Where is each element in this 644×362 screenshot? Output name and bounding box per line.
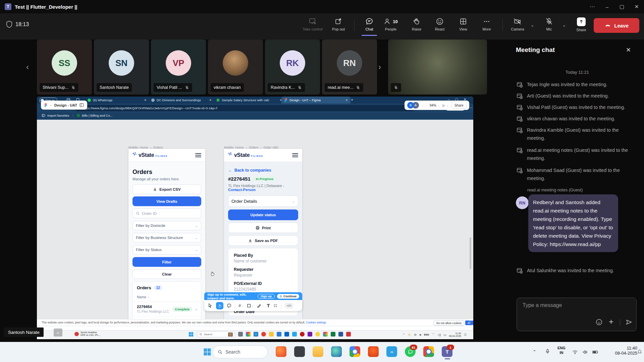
- prototype-play-button[interactable]: ▷⌄: [442, 104, 448, 107]
- file-explorer-icon[interactable]: [313, 346, 323, 357]
- browser-tab-whatsapp[interactable]: (6) WhatsApp✕: [85, 97, 149, 104]
- filter-domicile-select[interactable]: Filter by Domicile⌄: [132, 221, 201, 230]
- minimize-button[interactable]: –: [600, 4, 614, 10]
- tab-close-icon[interactable]: ✕: [209, 99, 212, 102]
- tray-wifi-icon[interactable]: [572, 349, 578, 355]
- hamburger-menu-icon[interactable]: [292, 152, 298, 158]
- dev-mode-toggle[interactable]: </>: [285, 303, 293, 308]
- app-icon[interactable]: [315, 332, 320, 337]
- brave-icon[interactable]: [368, 346, 379, 357]
- mcafee-icon[interactable]: [300, 332, 305, 337]
- tray-volume-icon[interactable]: ◁): [437, 333, 441, 337]
- browser-tab-salary-sheet[interactable]: X Sample Salary Structure with calc✕: [214, 97, 285, 104]
- participant-tile-video[interactable]: vikram chavan: [208, 40, 263, 95]
- acrobat-icon[interactable]: [346, 332, 351, 337]
- banner-sign-up-button[interactable]: Sign up: [258, 294, 275, 299]
- tray-mic-icon[interactable]: [545, 349, 550, 354]
- onedrive-icon[interactable]: [292, 332, 297, 337]
- view-button[interactable]: View: [450, 17, 476, 31]
- cookie-settings-link[interactable]: Cookies settings: [306, 321, 326, 324]
- filter-status-select[interactable]: Filter by Status⌄: [132, 245, 201, 254]
- text-tool[interactable]: T: [267, 303, 270, 308]
- actions-tool[interactable]: [273, 303, 278, 308]
- raise-button[interactable]: Raise: [404, 17, 430, 31]
- frame-tool[interactable]: #⌄: [238, 303, 244, 308]
- sort-desc-icon[interactable]: ↓: [148, 295, 149, 299]
- tray-language-indicator[interactable]: ENGIN: [557, 346, 566, 355]
- figma-frame-orders[interactable]: vStateFILINGS Orders Manage all your ord…: [128, 149, 205, 339]
- hand-tool-active[interactable]: [216, 302, 223, 309]
- tray-mic-icon[interactable]: 🕪: [419, 333, 421, 337]
- tray-wifi-icon[interactable]: ⌒: [432, 333, 435, 337]
- mic-options-chevron[interactable]: ⌄: [562, 23, 566, 27]
- participant-tile[interactable]: RN read.ai mee...: [322, 40, 377, 95]
- participant-tile-video[interactable]: [388, 40, 487, 95]
- canvas-scrollbar[interactable]: [470, 237, 471, 269]
- app-icon[interactable]: [308, 332, 312, 337]
- react-button[interactable]: React: [427, 17, 453, 31]
- vscode-icon[interactable]: ‹›: [386, 346, 397, 357]
- pen-tool[interactable]: ⌄: [257, 304, 264, 308]
- outlook-icon[interactable]: [284, 332, 289, 337]
- deny-cookies-button[interactable]: Do not allow cookies: [434, 320, 464, 326]
- zoom-level-dropdown[interactable]: 94%⌄: [430, 104, 440, 107]
- collaborator-avatar[interactable]: S: [407, 102, 414, 109]
- browser-more-icon[interactable]: ⋯: [469, 106, 473, 110]
- whatsapp-icon[interactable]: 81: [405, 346, 416, 357]
- strip-prev-chevron[interactable]: ‹: [26, 62, 29, 72]
- tray-network-icon[interactable]: ⛅: [408, 333, 412, 337]
- tray-chevron-icon[interactable]: ⌃: [402, 333, 405, 337]
- pop-out-button[interactable]: Pop out: [325, 17, 352, 31]
- shape-tool[interactable]: ⌄: [247, 304, 254, 308]
- close-button[interactable]: ✕: [629, 4, 644, 10]
- presenter-pin-button[interactable]: +: [54, 328, 62, 337]
- teams-icon[interactable]: T 1: [442, 346, 452, 357]
- tray-battery-icon[interactable]: ▭: [443, 333, 446, 337]
- chrome-icon[interactable]: [323, 332, 328, 337]
- figma-file-chip[interactable]: ⌄ Design - UAT: [41, 101, 87, 110]
- contact-person-link[interactable]: Contact-Person: [228, 188, 256, 192]
- address-bar[interactable]: https://www.figma.com/design/9BKQ0FOHRWa…: [74, 105, 415, 111]
- app-icon[interactable]: [294, 346, 305, 357]
- order-row[interactable]: 2279454TL Flex Holdings LLC Complete ›: [133, 302, 201, 316]
- view-drafts-button[interactable]: View Drafts: [132, 196, 201, 206]
- tray-notification-bell-icon[interactable]: [637, 349, 642, 355]
- more-button[interactable]: More: [474, 17, 500, 31]
- tray-notification-icon[interactable]: 🗨: [464, 333, 467, 337]
- hamburger-menu-icon[interactable]: [195, 152, 201, 158]
- move-tool-icon[interactable]: [208, 303, 213, 308]
- order-details-select[interactable]: Order Details⌄: [228, 195, 298, 207]
- presenter-taskbar-icons[interactable]: [238, 332, 351, 337]
- folder-icon[interactable]: [269, 332, 274, 337]
- send-icon[interactable]: [625, 318, 633, 326]
- presenter-start-icon[interactable]: [189, 332, 194, 337]
- update-status-button[interactable]: Update status: [228, 209, 298, 220]
- camera-button[interactable]: Camera: [504, 17, 531, 31]
- tray-hidden-icons-chevron[interactable]: ⌃: [533, 349, 536, 354]
- titlebar-more-icon[interactable]: ⋯: [585, 4, 600, 10]
- comment-tool-icon[interactable]: [227, 303, 231, 308]
- clear-button[interactable]: Clear: [132, 269, 201, 279]
- firefox-icon[interactable]: [276, 346, 286, 357]
- start-button-icon[interactable]: [203, 348, 211, 356]
- app-icon[interactable]: [238, 332, 243, 337]
- mic-button[interactable]: Mic: [536, 17, 562, 31]
- tab-close-icon[interactable]: ✕: [144, 99, 147, 102]
- camera-options-chevron[interactable]: ⌄: [531, 23, 534, 27]
- leave-button[interactable]: Leave: [594, 18, 639, 33]
- order-id-search-input[interactable]: Order ID: [132, 208, 201, 218]
- chrome-icon[interactable]: [350, 346, 360, 357]
- presenter-search-box[interactable]: Search: [197, 331, 235, 337]
- close-icon[interactable]: ✕: [469, 321, 472, 324]
- tray-sync-icon[interactable]: ⟳: [414, 333, 417, 337]
- import-favorites-button[interactable]: Import favorites | Bills | Billing and C…: [42, 114, 113, 117]
- tray-volume-icon[interactable]: [582, 349, 588, 355]
- taskbar-search[interactable]: Search: [213, 346, 268, 358]
- new-tab-icon[interactable]: +: [351, 98, 353, 102]
- column-header-name[interactable]: Name: [137, 295, 146, 299]
- participant-tile[interactable]: SS Shivani Sup...: [37, 40, 92, 95]
- participant-tile[interactable]: VP Vishal Patil ...: [151, 40, 206, 95]
- participant-tile[interactable]: RK Ravindra K...: [265, 40, 320, 95]
- word-icon[interactable]: [338, 332, 343, 337]
- attach-plus-icon[interactable]: +: [609, 317, 613, 326]
